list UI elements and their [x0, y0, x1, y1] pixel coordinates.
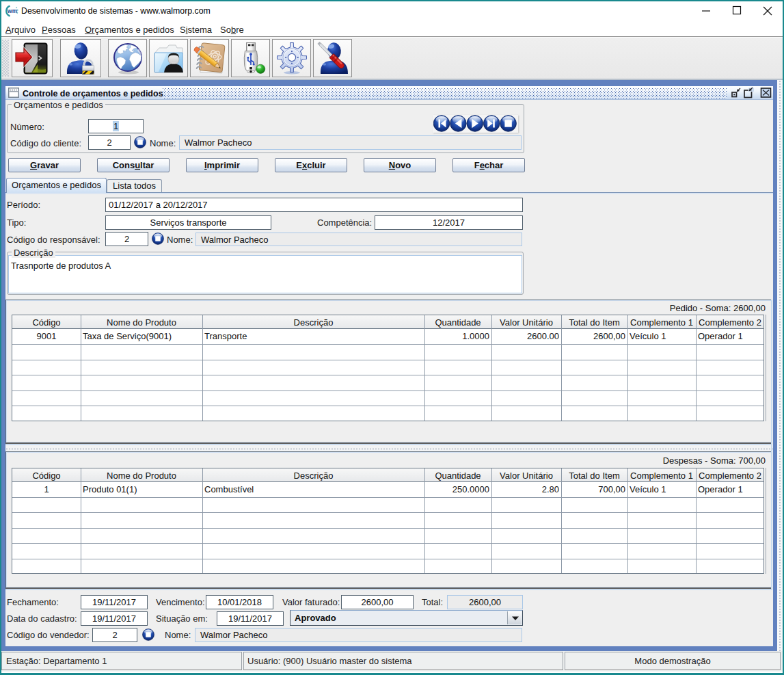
svg-text:wm: wm [7, 8, 18, 14]
